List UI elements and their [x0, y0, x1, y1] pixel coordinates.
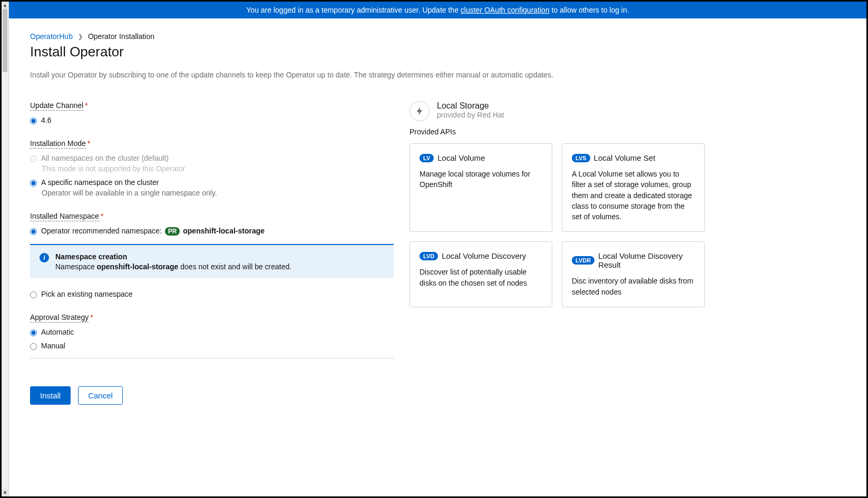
install-mode-specific-namespace-label[interactable]: A specific namespace on the cluster	[41, 178, 159, 187]
provided-apis-label: Provided APIs	[409, 128, 705, 136]
update-channel-radio-4-6[interactable]	[30, 118, 37, 124]
recommended-namespace-radio[interactable]	[30, 228, 37, 235]
api-title: Local Volume Set	[594, 153, 656, 162]
api-description: A Local Volume set allows you to filter …	[572, 169, 695, 222]
install-button[interactable]: Install	[30, 386, 71, 405]
installed-namespace-section: Installed Namespace* Operator recommende…	[30, 212, 394, 298]
api-badge: LV	[420, 154, 434, 162]
approval-automatic-radio[interactable]	[30, 329, 37, 336]
scroll-thumb[interactable]	[3, 9, 7, 72]
breadcrumb-root-link[interactable]: OperatorHub	[30, 32, 73, 41]
approval-manual-radio[interactable]	[30, 343, 37, 350]
update-channel-option[interactable]: 4.6	[41, 116, 51, 124]
api-card-local-volume: LV Local Volume Manage local storage vol…	[409, 143, 552, 232]
install-mode-all-namespaces-label: All namespaces on the cluster (default)	[41, 154, 169, 162]
api-description: Discover list of potentially usable disk…	[420, 267, 542, 288]
breadcrumb-current: Operator Installation	[88, 32, 154, 41]
operator-name: Local Storage	[437, 101, 504, 111]
scroll-down-arrow[interactable]: ▼	[2, 489, 8, 496]
required-marker: *	[85, 101, 87, 110]
api-title: Local Volume	[437, 153, 485, 162]
chevron-right-icon: ❯	[78, 33, 83, 40]
install-mode-all-namespaces-helper: This mode is not supported by this Opera…	[42, 164, 394, 173]
install-mode-specific-namespace-helper: Operator will be available in a single n…	[42, 189, 394, 197]
api-card-local-volume-set: LVS Local Volume Set A Local Volume set …	[562, 143, 705, 232]
installation-mode-section: Installation Mode* All namespaces on the…	[30, 139, 394, 197]
required-marker: *	[90, 313, 93, 321]
page-title: Install Operator	[30, 44, 845, 60]
approval-automatic-label[interactable]: Automatic	[41, 328, 74, 336]
api-description: Disc inventory of available disks from s…	[572, 276, 695, 297]
banner-text-prefix: You are logged in as a temporary adminis…	[246, 6, 461, 14]
installed-namespace-label: Installed Namespace	[30, 212, 99, 221]
admin-banner: You are logged in as a temporary adminis…	[9, 2, 866, 18]
alert-title: Namespace creation	[55, 252, 291, 261]
api-description: Manage local storage volumes for OpenShi…	[420, 169, 542, 190]
api-card-local-volume-discovery-result: LVDR Local Volume Discovery Result Disc …	[562, 241, 705, 307]
approval-manual-label[interactable]: Manual	[41, 341, 65, 350]
recommended-namespace-name: openshift-local-storage	[183, 227, 265, 235]
operator-lightning-icon	[409, 101, 430, 121]
page-description: Install your Operator by subscribing to …	[30, 71, 845, 79]
scroll-up-arrow[interactable]: ▲	[2, 2, 8, 9]
banner-oauth-link[interactable]: cluster OAuth configuration	[461, 6, 550, 14]
recommended-namespace-label[interactable]: Operator recommended namespace: PR opens…	[41, 227, 265, 236]
api-badge: LVDR	[572, 256, 594, 265]
required-marker: *	[87, 139, 90, 148]
installation-mode-label: Installation Mode	[30, 139, 86, 149]
vertical-scrollbar[interactable]: ▲ ▼	[2, 2, 9, 496]
operator-provider: provided by Red Hat	[437, 111, 504, 119]
api-badge: LVD	[420, 252, 438, 260]
cancel-button[interactable]: Cancel	[78, 386, 123, 405]
update-channel-label: Update Channel	[30, 101, 83, 111]
api-title: Local Volume Discovery Result	[598, 251, 695, 269]
breadcrumb: OperatorHub ❯ Operator Installation	[30, 32, 845, 41]
api-badge: LVS	[572, 154, 590, 162]
recommended-namespace-prefix: Operator recommended namespace:	[41, 227, 164, 235]
approval-strategy-label: Approval Strategy	[30, 313, 89, 323]
api-title: Local Volume Discovery	[442, 251, 526, 260]
install-mode-all-namespaces-radio	[30, 155, 37, 162]
alert-body: Namespace openshift-local-storage does n…	[55, 262, 291, 271]
banner-text-suffix: to allow others to log in.	[550, 6, 629, 14]
pick-existing-namespace-radio[interactable]	[30, 291, 37, 298]
pick-existing-namespace-label[interactable]: Pick an existing namespace	[41, 290, 133, 298]
update-channel-section: Update Channel* 4.6	[30, 101, 394, 124]
install-mode-specific-namespace-radio[interactable]	[30, 180, 37, 187]
approval-strategy-section: Approval Strategy* Automatic Manual	[30, 313, 394, 350]
api-card-local-volume-discovery: LVD Local Volume Discovery Discover list…	[409, 241, 552, 307]
namespace-creation-alert: i Namespace creation Namespace openshift…	[30, 244, 394, 278]
namespace-badge: PR	[165, 227, 180, 236]
required-marker: *	[101, 212, 103, 220]
info-icon: i	[40, 253, 49, 262]
